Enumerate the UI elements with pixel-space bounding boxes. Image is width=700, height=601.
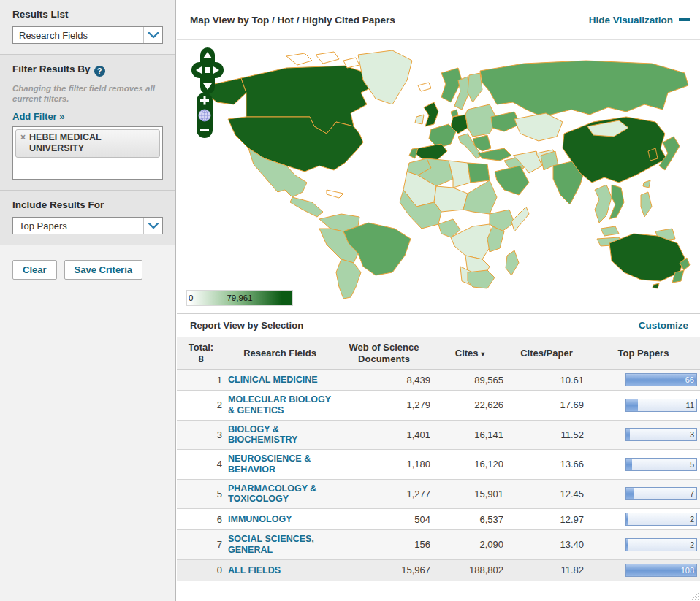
country-spain	[415, 144, 447, 161]
row-cites-per-paper: 13.66	[506, 450, 587, 480]
top-papers-value: 5	[690, 460, 694, 469]
country-iceland	[418, 83, 431, 91]
country-libya	[449, 161, 471, 188]
row-rank: 0	[177, 559, 225, 581]
sidebar: Results List Research Fields Filter Resu…	[0, 0, 176, 601]
country-kazakhstan	[514, 113, 563, 141]
results-list-dropdown[interactable]: Research Fields	[12, 26, 163, 44]
save-criteria-button[interactable]: Save Criteria	[64, 260, 143, 280]
results-list-heading: Results List	[12, 9, 163, 20]
row-docs: 8,439	[335, 370, 433, 391]
region-niger-chad	[434, 186, 468, 212]
top-papers-bar: 5	[625, 458, 697, 471]
filter-tag-label: HEBEI MEDICAL UNIVERSITY	[29, 132, 155, 154]
row-docs: 1,279	[335, 391, 433, 421]
table-row: 3 BIOLOGY & BIOCHEMISTRY 1,401 16,141 11…	[177, 420, 700, 450]
row-rank: 6	[177, 509, 225, 530]
field-link[interactable]: SOCIAL SCIENCES, GENERAL	[228, 534, 332, 556]
remove-filter-icon[interactable]: ×	[20, 132, 26, 144]
row-rank: 1	[177, 370, 225, 391]
row-cites: 16,120	[433, 450, 506, 480]
country-australia	[609, 234, 685, 281]
header-total: Total: 8	[177, 337, 225, 370]
top-papers-value: 7	[690, 489, 694, 498]
hide-visualization-label: Hide Visualization	[589, 15, 673, 26]
row-cites-per-paper: 17.69	[506, 391, 587, 421]
chevron-down-icon	[143, 218, 162, 234]
map-header: Map View by Top / Hot / Highly Cited Pap…	[177, 0, 700, 40]
header-cites-per-paper[interactable]: Cites/Paper	[506, 337, 587, 370]
row-cites-per-paper: 12.97	[506, 509, 587, 530]
country-uk	[424, 102, 438, 126]
country-madagascar	[506, 250, 519, 275]
top-papers-value: 11	[686, 401, 694, 410]
country-tasmania	[653, 283, 659, 288]
sort-descending-icon: ▾	[481, 350, 484, 358]
country-greenland	[358, 50, 412, 104]
row-cites-per-paper: 10.61	[506, 370, 587, 391]
field-link[interactable]: BIOLOGY & BIOCHEMISTRY	[228, 424, 332, 446]
header-wos-documents[interactable]: Web of Science Documents	[335, 337, 433, 370]
map-title: Map View by Top / Hot / Highly Cited Pap…	[190, 15, 395, 26]
help-icon[interactable]: ?	[94, 66, 105, 77]
country-malaysia	[601, 226, 619, 236]
customize-link[interactable]: Customize	[639, 320, 688, 331]
resize-grip-icon[interactable]	[691, 592, 699, 600]
chevron-down-icon	[143, 27, 162, 43]
row-cites-per-paper: 13.40	[506, 530, 587, 560]
hide-visualization-link[interactable]: Hide Visualization	[589, 15, 690, 26]
row-cites: 2,090	[433, 530, 506, 560]
header-research-fields[interactable]: Research Fields	[225, 337, 335, 370]
country-south-africa	[468, 270, 495, 288]
include-results-dropdown[interactable]: Top Papers	[12, 217, 163, 234]
table-row: 2 MOLECULAR BIOLOGY & GENETICS 1,279 22,…	[177, 391, 700, 421]
clear-button[interactable]: Clear	[12, 260, 57, 280]
row-rank: 2	[177, 391, 225, 421]
world-map: 0 79,961	[177, 40, 700, 313]
map-pan-control[interactable]	[191, 47, 224, 94]
row-docs: 504	[335, 509, 433, 530]
header-cites-sorted[interactable]: Cites ▾	[433, 337, 506, 370]
field-link[interactable]: NEUROSCIENCE & BEHAVIOR	[228, 453, 332, 475]
top-papers-value: 108	[681, 566, 694, 575]
row-rank: 7	[177, 530, 225, 560]
field-link[interactable]: CLINICAL MEDICINE	[228, 375, 318, 386]
table-header-row: Total: 8 Research Fields Web of Science …	[177, 337, 700, 370]
country-usa	[228, 117, 363, 172]
field-link[interactable]: MOLECULAR BIOLOGY & GENETICS	[228, 394, 332, 416]
include-results-value: Top Papers	[13, 221, 143, 231]
country-portugal	[409, 148, 418, 158]
row-rank: 5	[177, 479, 225, 509]
arctic-island	[316, 52, 339, 64]
top-papers-value: 3	[690, 430, 694, 439]
row-cites: 188,802	[433, 559, 506, 581]
country-denmark	[451, 110, 458, 117]
choropleth-map[interactable]	[177, 40, 700, 300]
arctic-island	[286, 53, 312, 65]
field-link[interactable]: ALL FIELDS	[228, 565, 281, 576]
filter-note: Changing the filter field removes all cu…	[12, 83, 163, 104]
table-row: 6 IMMUNOLOGY 504 6,537 12.97 2	[177, 509, 700, 530]
row-cites: 22,626	[433, 391, 506, 421]
minus-icon	[679, 18, 690, 21]
row-cites-per-paper: 11.82	[506, 559, 587, 581]
filter-section: Filter Results By? Changing the filter f…	[0, 55, 175, 191]
total-label: Total:	[180, 342, 222, 353]
top-papers-bar: 7	[625, 487, 697, 500]
header-top-papers[interactable]: Top Papers	[587, 337, 700, 370]
row-docs: 15,967	[335, 559, 433, 581]
top-papers-bar: 2	[625, 538, 697, 551]
country-sudan	[463, 180, 497, 214]
map-zoom-control[interactable]	[197, 93, 213, 138]
table-row: 7 SOCIAL SCIENCES, GENERAL 156 2,090 13.…	[177, 530, 700, 560]
add-filter-link[interactable]: Add Filter »	[12, 111, 65, 122]
country-somalia	[511, 207, 529, 231]
include-results-section: Include Results For Top Papers	[0, 191, 175, 245]
field-link[interactable]: PHARMACOLOGY & TOXICOLOGY	[228, 483, 332, 505]
field-link[interactable]: IMMUNOLOGY	[228, 514, 292, 525]
pan-center-icon	[205, 67, 210, 73]
filter-box: × HEBEI MEDICAL UNIVERSITY	[12, 126, 163, 180]
report-table: Total: 8 Research Fields Web of Science …	[177, 337, 700, 581]
region-central-america	[290, 197, 323, 217]
top-papers-value: 66	[685, 375, 694, 384]
